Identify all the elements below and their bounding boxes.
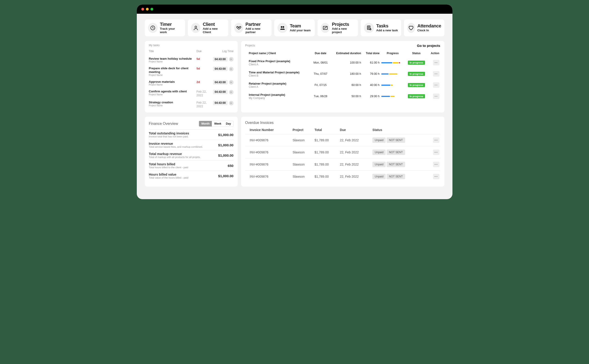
finance-period-toggle[interactable]: MonthWeekDay bbox=[199, 121, 233, 127]
finance-value: $1,000.00 bbox=[215, 130, 234, 140]
invoice-project: Slawson bbox=[292, 171, 314, 183]
task-project: Project Name bbox=[149, 93, 197, 96]
more-icon[interactable]: ··· bbox=[433, 93, 439, 99]
card-title: Timer bbox=[160, 22, 182, 27]
finance-row: Total hours billedTotal hours billed to … bbox=[149, 161, 234, 171]
invoices-panel: Overdue Invoices Invoice Number Project … bbox=[241, 117, 445, 187]
attendance-card[interactable]: AttendanceClock In bbox=[404, 20, 445, 36]
invoice-row[interactable]: INV-#009876 Slawson $1,789.00 22, Feb 20… bbox=[245, 158, 440, 171]
task-row[interactable]: Prepare slide deck for client meetingPro… bbox=[149, 65, 234, 78]
card-title: Partner bbox=[245, 22, 268, 27]
task-row[interactable]: Confirm agenda with clientProject Name F… bbox=[149, 88, 234, 99]
project-client: Client B bbox=[249, 74, 310, 77]
toggle-day[interactable]: Day bbox=[224, 121, 233, 126]
progress-bar bbox=[381, 84, 404, 86]
finance-value: $1,000.00 bbox=[215, 150, 234, 161]
project-done: 76:00 h bbox=[362, 68, 380, 80]
play-icon[interactable] bbox=[229, 101, 234, 105]
task-row[interactable]: Strategy creationProject Name Feb 22, 20… bbox=[149, 99, 234, 110]
project-est: 100:00 h bbox=[330, 57, 362, 68]
go-to-projects-link[interactable]: Go to projects bbox=[417, 44, 440, 48]
col-est: Estimated duration bbox=[330, 50, 362, 57]
project-client: My Company bbox=[249, 97, 310, 100]
invoices-title: Overdue Invoices bbox=[245, 121, 440, 125]
finance-sub: Total value of the hours billed - paid bbox=[149, 176, 215, 179]
status-unpaid: Unpaid bbox=[372, 137, 386, 143]
col-action: Action bbox=[428, 50, 440, 57]
timer-card[interactable]: TimerTrack your work bbox=[145, 20, 185, 36]
project-row[interactable]: Internal Project (example)My Company Tue… bbox=[245, 91, 440, 102]
toggle-month[interactable]: Month bbox=[199, 121, 212, 126]
task-title: Prepare slide deck for client meeting bbox=[149, 66, 197, 74]
invoice-due: 22, Feb 2022 bbox=[339, 171, 372, 183]
client-card[interactable]: ClientAdd a new Client bbox=[188, 20, 228, 36]
app-window: TimerTrack your work ClientAdd a new Cli… bbox=[137, 5, 452, 199]
maximize-window-icon[interactable] bbox=[151, 8, 153, 11]
col-status: Status bbox=[405, 50, 428, 57]
project-row[interactable]: Time and Material Project (example)Clien… bbox=[245, 68, 440, 80]
col-progress: Progress bbox=[380, 50, 405, 57]
tasks-card[interactable]: TasksAdd a new task bbox=[361, 20, 401, 36]
more-icon[interactable]: ··· bbox=[433, 71, 439, 77]
project-est: 50:00 h bbox=[330, 91, 362, 102]
col-logtime: Log Time bbox=[213, 50, 234, 55]
status-notsent: NOT SENT bbox=[386, 150, 405, 155]
finance-sub: Total of markup with all products for al… bbox=[149, 156, 215, 158]
task-row[interactable]: Review team holiday scheduleProject Name… bbox=[149, 55, 234, 65]
finance-label: Hours billed value bbox=[149, 173, 215, 176]
invoice-row[interactable]: INV-#009876 Slawson $1,789.00 22, Feb 20… bbox=[245, 146, 440, 158]
finance-value: 650 bbox=[215, 161, 234, 171]
card-sub: Add a new task bbox=[376, 29, 398, 32]
task-due: 5d bbox=[196, 67, 200, 70]
invoice-row[interactable]: INV-#009876 Slawson $1,789.00 22, Feb 20… bbox=[245, 171, 440, 183]
invoice-row[interactable]: INV-#009876 Slawson $1,789.00 22, Feb 20… bbox=[245, 134, 440, 146]
card-sub: Track your work bbox=[160, 27, 182, 34]
invoice-total: $1,789.00 bbox=[314, 171, 339, 183]
play-icon[interactable] bbox=[229, 80, 234, 84]
task-logtime: 04:43:00 bbox=[213, 66, 228, 71]
project-name: Internal Project (example) bbox=[249, 93, 310, 97]
card-sub: Add a new Client bbox=[203, 27, 225, 34]
play-icon[interactable] bbox=[229, 67, 234, 71]
invoice-total: $1,789.00 bbox=[314, 158, 339, 171]
project-est: 180:00 h bbox=[330, 68, 362, 80]
task-due: Feb 22, 2022 bbox=[196, 90, 207, 97]
more-icon[interactable]: ··· bbox=[433, 82, 439, 88]
dashboard: TimerTrack your work ClientAdd a new Cli… bbox=[137, 14, 452, 199]
finance-value: $1,000.00 bbox=[215, 171, 234, 181]
status-badge: In progress bbox=[408, 72, 425, 76]
toggle-week[interactable]: Week bbox=[212, 121, 223, 126]
task-project: Project Name bbox=[149, 84, 197, 86]
finance-row: Total markup revenueTotal of markup with… bbox=[149, 150, 234, 161]
project-row[interactable]: Fixed Price Project (example)Client A Mo… bbox=[245, 57, 440, 68]
play-icon[interactable] bbox=[229, 57, 234, 61]
task-title: Review team holiday schedule bbox=[149, 57, 197, 61]
more-icon[interactable]: ··· bbox=[433, 174, 439, 179]
project-name: Fixed Price Project (example) bbox=[249, 59, 310, 63]
task-due: 2d bbox=[196, 80, 200, 84]
projects-card[interactable]: ProjectsAdd a new project bbox=[317, 20, 358, 36]
close-window-icon[interactable] bbox=[141, 8, 144, 11]
play-icon[interactable] bbox=[229, 90, 234, 94]
project-row[interactable]: Retainer Project (example)Client A Fri, … bbox=[245, 80, 440, 91]
team-card[interactable]: TeamAdd your team bbox=[274, 20, 315, 36]
more-icon[interactable]: ··· bbox=[433, 60, 439, 65]
minimize-window-icon[interactable] bbox=[146, 8, 149, 11]
invoice-due: 22, Feb 2022 bbox=[339, 134, 372, 146]
more-icon[interactable]: ··· bbox=[433, 162, 439, 167]
card-title: Attendance bbox=[418, 23, 441, 28]
invoice-total: $1,789.00 bbox=[314, 146, 339, 158]
project-done: 29:00 h bbox=[362, 91, 380, 102]
svg-point-2 bbox=[281, 26, 282, 28]
status-unpaid: Unpaid bbox=[372, 162, 386, 167]
partner-card[interactable]: PartnerAdd a new partner bbox=[231, 20, 272, 36]
status-notsent: NOT SENT bbox=[386, 162, 405, 167]
progress-bar bbox=[381, 73, 404, 75]
task-logtime: 04:43:00 bbox=[213, 57, 228, 61]
status-unpaid: Unpaid bbox=[372, 150, 386, 155]
task-row[interactable]: Approve materialsProject Name 2d 04:43:0… bbox=[149, 78, 234, 88]
col-done: Total done bbox=[362, 50, 380, 57]
my-tasks-panel: My tasks Title Due Log Time Review team … bbox=[145, 41, 238, 112]
more-icon[interactable]: ··· bbox=[433, 137, 439, 143]
more-icon[interactable]: ··· bbox=[433, 150, 439, 155]
